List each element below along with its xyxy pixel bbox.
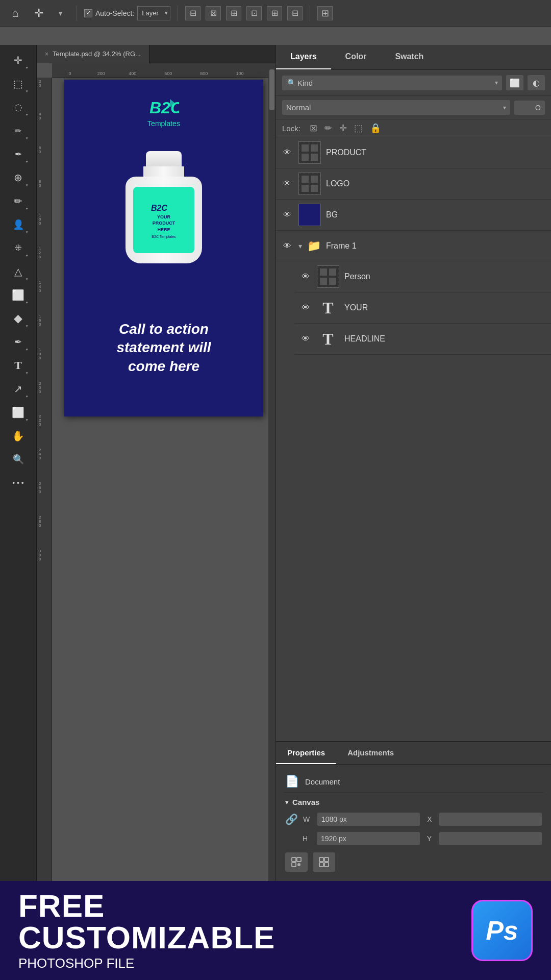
tab-swatch[interactable]: Swatch bbox=[381, 45, 438, 69]
props-icon-btn-1[interactable] bbox=[285, 852, 308, 872]
bottle-label-text: YOURPRODUCTHERE bbox=[153, 214, 176, 233]
tab-properties[interactable]: Properties bbox=[276, 742, 336, 764]
tab-adjustments[interactable]: Adjustments bbox=[336, 742, 405, 764]
height-input[interactable] bbox=[317, 832, 420, 845]
rect-tool[interactable]: ⬜▾ bbox=[7, 284, 30, 306]
ruler-tick-100: 100 bbox=[236, 71, 243, 76]
lock-transparency-icon[interactable]: ⬚ bbox=[354, 122, 363, 134]
lasso-tool[interactable]: ◌▾ bbox=[7, 96, 30, 118]
lock-label: Lock: bbox=[282, 124, 300, 133]
fill-tool[interactable]: ◆▾ bbox=[7, 307, 30, 330]
layer-eye-frame1[interactable]: 👁 bbox=[281, 240, 293, 252]
brush-tool[interactable]: ✏▾ bbox=[7, 190, 30, 212]
tab-close-btn[interactable]: × bbox=[45, 51, 48, 58]
filter-adjustment-btn[interactable]: ◐ bbox=[528, 75, 545, 90]
move-tool[interactable]: ✛▾ bbox=[7, 49, 30, 71]
svg-rect-23 bbox=[324, 857, 329, 862]
svg-rect-20 bbox=[292, 863, 296, 867]
eraser-tool[interactable]: ⁜▾ bbox=[7, 237, 30, 259]
y-input[interactable] bbox=[439, 832, 542, 845]
layer-eye-bg[interactable]: 👁 bbox=[281, 209, 293, 221]
layer-eye-person[interactable]: 👁 bbox=[299, 271, 312, 283]
pen-tool[interactable]: ✒▾ bbox=[7, 331, 30, 353]
x-input[interactable] bbox=[439, 813, 542, 826]
more-tools[interactable]: • • • bbox=[7, 472, 30, 494]
clone-tool[interactable]: 👤▾ bbox=[7, 213, 30, 236]
svg-rect-18 bbox=[292, 857, 296, 862]
distribute2-btn[interactable]: ⊞ bbox=[267, 6, 282, 20]
eyedropper-tool[interactable]: ✒▾ bbox=[7, 143, 30, 165]
tab-color[interactable]: Color bbox=[331, 45, 381, 69]
width-input[interactable] bbox=[317, 813, 420, 826]
layer-person[interactable]: 👁 Person bbox=[294, 261, 551, 292]
rect-shape-tool[interactable]: ⬜▾ bbox=[7, 401, 30, 424]
folder-collapse-icon[interactable]: ▾ bbox=[298, 242, 302, 250]
filter-select[interactable]: Kind bbox=[282, 76, 502, 90]
zoom-tool[interactable]: 🔍 bbox=[7, 448, 30, 471]
svg-rect-15 bbox=[329, 268, 336, 276]
type-tool[interactable]: T▾ bbox=[7, 354, 30, 377]
canvas-collapse-icon[interactable]: ▾ bbox=[285, 799, 288, 806]
lock-all-icon[interactable]: 🔒 bbox=[370, 122, 381, 134]
width-row: 🔗 W X bbox=[283, 810, 544, 829]
layer-eye-headline[interactable]: 👁 bbox=[299, 333, 312, 345]
props-icon-btn-2[interactable] bbox=[313, 852, 335, 872]
filter-pixel-btn[interactable]: ⬜ bbox=[506, 75, 523, 90]
layer-product[interactable]: 👁 PRODUCT bbox=[276, 137, 551, 168]
auto-select-group: Auto-Select: Layer ▾ bbox=[84, 6, 170, 20]
layer-thumb-bg bbox=[298, 204, 321, 226]
filter-bar: 🔍 Kind ▾ ⬜ ◐ bbox=[276, 70, 551, 96]
lock-artboard-icon[interactable]: ✛ bbox=[339, 122, 347, 134]
marquee-tool[interactable]: ⬚▾ bbox=[7, 72, 30, 95]
layer-select[interactable]: Layer bbox=[137, 6, 170, 20]
extra-btn[interactable]: ⊞ bbox=[317, 6, 333, 20]
blend-mode-wrap: Normal ▾ bbox=[282, 100, 510, 115]
svg-rect-17 bbox=[329, 278, 336, 285]
document-tab[interactable]: × Template.psd @ 34.2% (RG... bbox=[37, 45, 149, 63]
doc-product-area: B2C YOURPRODUCTHERE B2C Templates bbox=[64, 151, 263, 268]
ruler-left-tick-60: 60 bbox=[39, 146, 41, 154]
selection-tool[interactable]: ↗▾ bbox=[7, 378, 30, 400]
document-label: Document bbox=[305, 777, 340, 786]
distribute-btn[interactable]: ⊡ bbox=[246, 6, 262, 20]
hand-tool[interactable]: ✋ bbox=[7, 425, 30, 447]
align-left-btn[interactable]: ⊟ bbox=[185, 6, 201, 20]
lock-position-icon[interactable]: ✏ bbox=[324, 122, 332, 134]
lock-pixels-icon[interactable]: ⊠ bbox=[310, 122, 317, 134]
healing-tool[interactable]: ⊕▾ bbox=[7, 166, 30, 189]
blur-tool[interactable]: △▾ bbox=[7, 260, 30, 283]
layer-your[interactable]: 👁 T YOUR bbox=[294, 292, 551, 324]
ruler-left-tick-20: 20 bbox=[39, 80, 41, 88]
blend-bar: Normal ▾ O bbox=[276, 96, 551, 119]
home-icon[interactable]: ⌂ bbox=[6, 4, 24, 22]
properties-content: 📄 Document ▾ Canvas 🔗 W X bbox=[276, 765, 551, 881]
layer-logo[interactable]: 👁 LOGO bbox=[276, 168, 551, 200]
doc-cta: Call to actionstatement willcome here bbox=[80, 320, 248, 376]
auto-select-checkbox[interactable] bbox=[84, 9, 92, 17]
blend-mode-select[interactable]: Normal bbox=[282, 100, 510, 115]
layer-eye-logo[interactable]: 👁 bbox=[281, 178, 293, 190]
canvas-scrollbar[interactable] bbox=[268, 63, 276, 881]
svg-rect-5 bbox=[311, 144, 318, 152]
svg-rect-24 bbox=[319, 863, 323, 867]
layer-frame1[interactable]: 👁 ▾ 📁 Frame 1 bbox=[276, 231, 551, 261]
align-right-btn[interactable]: ⊞ bbox=[226, 6, 241, 20]
opacity-input[interactable]: O bbox=[514, 101, 545, 115]
crop-tool[interactable]: ✏▾ bbox=[7, 119, 30, 142]
layer-eye-product[interactable]: 👁 bbox=[281, 146, 293, 159]
move-dropdown-arrow[interactable]: ▾ bbox=[51, 4, 69, 22]
tab-layers[interactable]: Layers bbox=[276, 45, 331, 69]
layer-eye-your[interactable]: 👁 bbox=[299, 302, 312, 314]
align-center-btn[interactable]: ⊠ bbox=[206, 6, 221, 20]
doc-logo-area: B2C Templates bbox=[64, 95, 263, 128]
layer-headline[interactable]: 👁 T HEADLINE bbox=[294, 324, 551, 355]
layer-bg[interactable]: 👁 BG bbox=[276, 200, 551, 231]
search-icon: 🔍 bbox=[287, 79, 296, 87]
bottle-cap bbox=[146, 151, 182, 166]
layer-select-wrap: Layer ▾ bbox=[137, 6, 170, 20]
ruler-tick-800: 800 bbox=[200, 71, 208, 76]
distribute3-btn[interactable]: ⊟ bbox=[287, 6, 303, 20]
canvas-scrollbar-thumb[interactable] bbox=[269, 69, 274, 110]
svg-text:B2C: B2C bbox=[151, 204, 167, 212]
move-icon[interactable]: ✛ bbox=[30, 4, 48, 22]
